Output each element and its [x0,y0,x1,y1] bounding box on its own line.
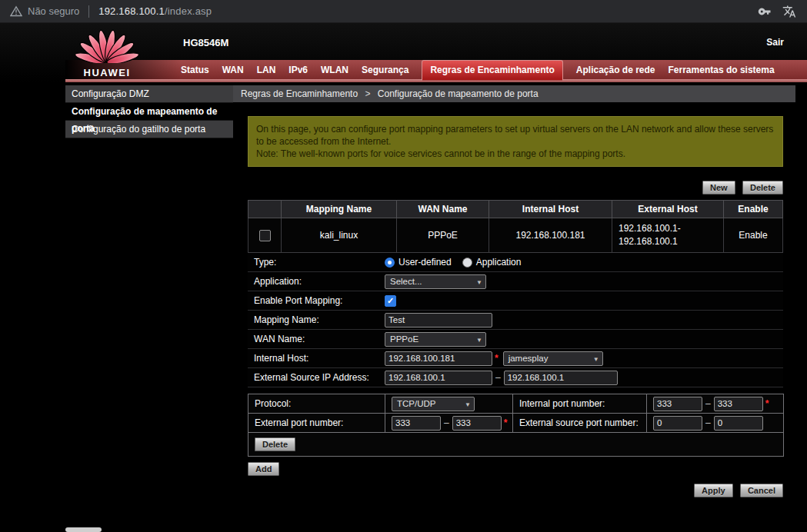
nav-tab-status[interactable]: Status [181,65,209,75]
cancel-button[interactable]: Cancel [740,484,783,497]
security-warning-icon[interactable] [10,5,22,17]
protocol-select[interactable]: TCP/UDP ▼ [392,397,475,411]
cell-internal-host: 192.168.100.181 [489,218,612,253]
sidebar-item-label: Configuração de mapeamento de porta [72,103,225,137]
port-row-delete: Delete [248,433,784,457]
protocol-cell: TCP/UDP ▼ [385,394,513,414]
external-source-port-start-input[interactable] [653,416,702,431]
key-icon[interactable] [758,5,772,18]
internal-host-input[interactable] [385,351,492,366]
internal-port-end-input[interactable] [714,397,763,411]
mapping-name-input[interactable] [385,313,492,328]
wan-name-select-value: PPPoE [390,334,419,344]
breadcrumb-page: Configuração de mapeamento de porta [378,88,539,99]
external-source-port-end-input[interactable] [714,416,763,431]
internal-host-device-select[interactable]: jamesplay ▼ [503,351,603,366]
browser-toolbar: Não seguro 192.168.100.1/index.asp [0,0,807,23]
type-option-user-defined[interactable]: User-defined [385,257,452,268]
url-path: /index.asp [165,5,212,17]
table-row[interactable]: kali_linux PPPoE 192.168.100.181 192.168… [248,218,783,253]
col-enable: Enable [724,201,783,218]
device-model: HG8546M [183,37,228,48]
application-row: Application: Select... ▼ [248,272,783,291]
huawei-flower-icon [74,28,140,63]
internal-host-row: Internal Host: * jamesplay ▼ [248,349,783,368]
nav-tab-lan[interactable]: LAN [257,65,276,75]
logout-link[interactable]: Sair [766,37,784,48]
external-port-cell: – * [385,414,513,433]
cell-enable: Enable [724,218,783,253]
nav-tab-ipv6[interactable]: IPv6 [288,65,308,75]
application-radio[interactable] [462,258,472,268]
port-row-2: External port number: – * External sourc… [248,414,784,433]
port-delete-cell: Delete [248,433,784,457]
internal-host-label: Internal Host: [248,353,385,364]
new-button[interactable]: New [702,181,735,195]
info-line-2: Note: The well-known ports for voice ser… [256,148,775,160]
nav-tab-aplicacao-de-rede[interactable]: Aplicação de rede [576,65,655,75]
sidebar-item-dmz[interactable]: Configuração DMZ [65,85,233,103]
range-separator: – [495,372,501,383]
translate-icon[interactable] [782,5,796,18]
chevron-down-icon: ▼ [476,334,482,347]
external-port-start-input[interactable] [392,416,441,431]
port-row-1: Protocol: TCP/UDP ▼ Internal port number… [248,394,784,414]
mapping-name-row: Mapping Name: [248,311,783,330]
col-internal-host: Internal Host [489,201,612,218]
application-option-label: Application [476,257,522,268]
internal-port-label: Internal port number: [513,394,647,414]
internal-port-start-input[interactable] [653,397,702,411]
col-mapping-name: Mapping Name [282,201,397,218]
page-info-box: On this page, you can configure port map… [248,116,783,167]
add-button[interactable]: Add [248,462,279,476]
chevron-down-icon: ▼ [476,276,482,289]
external-port-end-input[interactable] [452,416,502,431]
enable-port-mapping-checkbox[interactable]: ✓ [385,295,396,307]
external-source-port-cell: – [647,414,784,433]
table-header-row: Mapping Name WAN Name Internal Host Exte… [248,201,783,218]
external-host-line2: 192.168.100.1 [619,235,722,248]
nav-tab-wan[interactable]: WAN [222,65,244,75]
table-actions: New Delete [248,181,783,195]
external-source-port-label: External source port number: [513,414,647,433]
cell-mapping-name: kali_linux [282,218,397,253]
protocol-label: Protocol: [248,394,385,414]
huawei-logo: HUAWEI [74,28,140,78]
user-defined-radio[interactable] [385,258,395,268]
security-label[interactable]: Não seguro [28,5,79,17]
internal-port-cell: – * [647,394,784,414]
brand-text: HUAWEI [74,67,140,78]
row-checkbox[interactable] [259,230,271,241]
app-header: HUAWEI HG8546M Sair Status WAN LAN IPv6 … [0,23,807,82]
breadcrumb: Regras de Encaminhamento > Configuração … [233,85,795,102]
cell-external-host: 192.168.100.1- 192.168.100.1 [612,218,724,253]
apply-button[interactable]: Apply [694,484,733,497]
type-option-application[interactable]: Application [462,257,522,268]
external-port-label: External port number: [248,414,385,433]
info-line-1: On this page, you can configure port map… [256,123,775,148]
nav-tab-seguranca[interactable]: Segurança [362,65,409,75]
footer-actions: Apply Cancel [248,484,783,497]
sidebar-item-port-mapping[interactable]: Configuração de mapeamento de porta [65,103,233,121]
external-source-ip-start-input[interactable] [385,371,492,385]
sidebar-item-label: Configuração DMZ [72,88,149,99]
range-separator: – [705,398,711,409]
port-delete-button[interactable]: Delete [255,437,295,451]
horizontal-scrollbar-thumb[interactable] [65,527,102,532]
nav-tab-wlan[interactable]: WLAN [321,65,348,75]
chevron-down-icon: ▼ [593,353,599,366]
breadcrumb-section[interactable]: Regras de Encaminhamento [241,88,358,99]
col-wan-name: WAN Name [397,201,489,218]
nav-tab-ferramentas-do-sistema[interactable]: Ferramentas do sistema [669,65,775,75]
external-source-ip-label: External Source IP Address: [248,372,385,383]
required-asterisk: * [504,417,508,428]
application-select[interactable]: Select... ▼ [385,274,486,289]
delete-selected-button[interactable]: Delete [742,181,783,195]
external-source-ip-end-input[interactable] [504,371,618,385]
address-bar[interactable]: 192.168.100.1/index.asp [98,5,212,17]
cell-select [248,218,282,253]
port-mapping-table: Mapping Name WAN Name Internal Host Exte… [248,200,783,253]
wan-name-select[interactable]: PPPoE ▼ [385,332,486,347]
col-external-host: External Host [612,201,724,218]
nav-tab-regras-de-encaminhamento[interactable]: Regras de Encaminhamento [422,60,562,81]
